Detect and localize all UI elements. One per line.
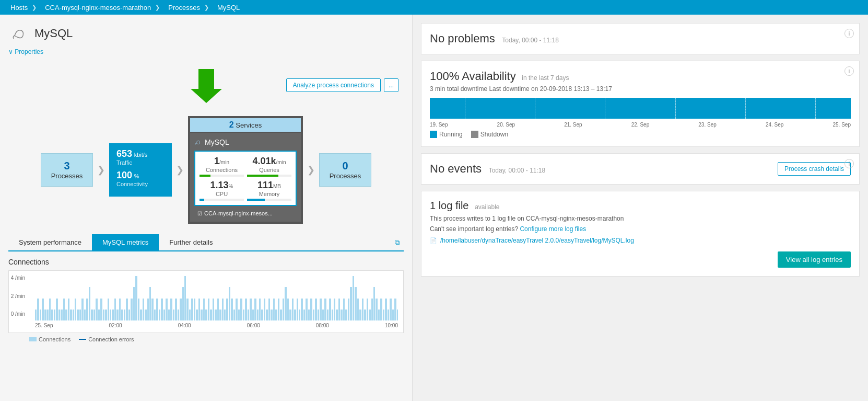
connectivity-metric: 100 % Connectivity: [116, 170, 165, 187]
chart-bar: [306, 299, 307, 321]
left-processes-box[interactable]: 3 Processes: [41, 153, 93, 187]
chart-bar: [191, 299, 193, 321]
chart-bar: [271, 310, 272, 320]
breadcrumb-processes[interactable]: Processes: [164, 4, 213, 12]
chart-bar: [359, 310, 361, 320]
right-processes-box[interactable]: 0 Processes: [319, 153, 371, 187]
legend-shutdown-label: Shutdown: [480, 131, 508, 138]
chart-bar: [345, 310, 347, 320]
cpu-progress-bar: [200, 199, 244, 201]
chart-bar: [332, 310, 333, 320]
chart-bar: [119, 299, 121, 321]
conn-value: 1: [214, 156, 219, 166]
tab-mysql-metrics[interactable]: MySQL metrics: [92, 234, 159, 251]
x-label-0800: 08:00: [316, 323, 329, 328]
chart-bar: [203, 299, 205, 321]
chart-bar: [338, 299, 340, 321]
chart-bar: [388, 310, 389, 320]
queries-progress-fill: [247, 175, 278, 177]
x-label-sep25: 25. Sep: [35, 323, 53, 328]
log-file-link[interactable]: 📄 /home/labuser/dynaTrace/easyTravel 2.0…: [430, 237, 851, 244]
page-title: MySQL: [34, 27, 73, 40]
mysql-service-card[interactable]: 2 Services MySQL: [188, 116, 303, 224]
tab-further-details[interactable]: Further details: [159, 234, 223, 251]
chart-bar: [114, 299, 116, 321]
chart-bar: [77, 310, 78, 320]
service-title-row: MySQL: [194, 136, 297, 148]
chart-bar: [236, 299, 237, 321]
queries-label: Queries: [247, 167, 291, 173]
chart-bar: [58, 310, 60, 320]
grid-line-5: [745, 98, 746, 119]
chart-bar: [334, 299, 335, 321]
chart-bar: [161, 299, 162, 321]
y-label-4: 4 /min: [9, 275, 25, 281]
chart-bar: [93, 310, 95, 320]
chevron-icon: ∨: [8, 48, 13, 55]
legend-shutdown-icon: [471, 131, 478, 138]
chart-bar: [151, 299, 153, 321]
chart-bar: [229, 287, 230, 320]
arrow-right-2: ❯: [176, 164, 184, 176]
problems-time-range: Today, 00:00 - 11:18: [502, 37, 559, 44]
tab-system-performance[interactable]: System performance: [8, 234, 92, 251]
events-row: No events Today, 00:00 - 11:18 Process c…: [430, 162, 851, 176]
chart-bar: [376, 299, 377, 321]
chart-bar: [194, 299, 195, 321]
chart-bar: [105, 310, 107, 320]
info-icon-events[interactable]: i: [844, 159, 854, 168]
tab-external-link[interactable]: ⧉: [391, 235, 404, 250]
arrow-right-1: ❯: [97, 164, 105, 176]
info-icon-problems[interactable]: i: [844, 29, 854, 38]
chart-bar: [96, 299, 97, 321]
view-all-log-button[interactable]: View all log entries: [778, 251, 851, 268]
chart-bar: [63, 299, 65, 321]
chart-bar: [51, 310, 53, 320]
grid-line-2: [535, 98, 535, 119]
checkbox-icon: ☑: [197, 211, 202, 216]
right-panel: i No problems Today, 00:00 - 11:18 i 100…: [413, 15, 868, 401]
traffic-unit: kbit/s: [134, 152, 148, 158]
chart-container: 4 /min 2 /min 0 /min 25. Sep 02:00 04:00…: [8, 270, 404, 333]
host-tag: ☑ CCA-mysql-nginx-mesos...: [194, 208, 297, 219]
chart-bar: [315, 299, 316, 321]
chart-bar: [168, 310, 170, 320]
arrow-right-3: ❯: [307, 164, 315, 176]
more-options-button[interactable]: ...: [384, 78, 398, 92]
availability-title: 100% Availability: [430, 70, 516, 83]
chart-bar: [273, 299, 275, 321]
legend-running: Running: [430, 131, 463, 138]
breadcrumb-mysql[interactable]: MySQL: [213, 4, 244, 12]
chart-bar: [327, 310, 329, 320]
chart-bar: [320, 299, 321, 321]
chart-bar: [86, 299, 88, 321]
crash-details-button[interactable]: Process crash details: [778, 162, 851, 176]
chart-bar: [283, 299, 284, 321]
chart-bar: [35, 310, 37, 320]
chart-bar: [49, 299, 51, 321]
conn-label: Connections: [200, 167, 244, 173]
grid-line-6: [815, 98, 816, 119]
svg-marker-0: [191, 69, 222, 103]
info-icon-availability[interactable]: i: [844, 66, 854, 76]
breadcrumb-cca[interactable]: CCA-mysql-nginx-mesos-marathon: [41, 4, 164, 12]
chart-bar: [310, 299, 312, 321]
analyze-connections-button[interactable]: Analyze process connections: [286, 78, 381, 92]
chart-bar: [61, 310, 62, 320]
breadcrumb-hosts[interactable]: Hosts: [6, 4, 41, 12]
chart-bar: [44, 310, 46, 320]
log-title: 1 log file: [430, 200, 469, 211]
properties-toggle[interactable]: ∨ Properties: [8, 48, 404, 55]
x-label-0600: 06:00: [247, 323, 260, 328]
legend-connections: Connections: [29, 336, 71, 342]
avail-x-sep21: 21. Sep: [564, 122, 582, 128]
grid-line-1: [465, 98, 465, 119]
chart-bar: [385, 299, 386, 321]
chart-bar: [108, 299, 109, 321]
log-available: available: [475, 203, 499, 211]
services-count: 2: [229, 120, 234, 129]
chart-bar: [46, 310, 48, 320]
configure-log-link[interactable]: Configure more log files: [520, 225, 586, 233]
chart-bar: [371, 299, 373, 321]
chart-bar: [184, 276, 186, 320]
